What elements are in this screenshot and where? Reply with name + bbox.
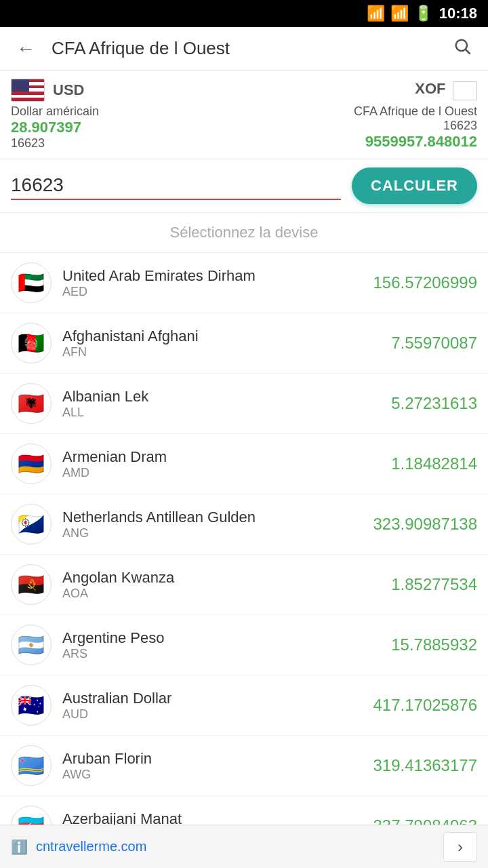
currency-abbr-aud: AUD [62,707,363,722]
ad-arrow-button[interactable]: › [443,832,477,862]
currency-abbr-ang: ANG [62,526,363,540]
battery-icon: 🔋 [414,5,432,22]
from-name: Dollar américain [11,104,99,119]
currency-value-awg: 319.41363177 [373,756,478,775]
ad-banner: ℹ️ cntravellerme.com › [0,825,488,868]
from-code: USD [53,81,84,99]
currency-value-aed: 156.57206999 [373,273,478,292]
flag-all: 🇦🇱 [11,383,52,424]
currency-info-aoa: Angolan Kwanza AOA [62,569,380,601]
to-amount: 16623 [354,119,477,133]
flag-afn: 🇦🇫 [11,323,52,363]
currency-name-aoa: Angolan Kwanza [62,569,380,587]
flag-ars: 🇦🇷 [11,625,52,665]
ad-link[interactable]: cntravellerme.com [36,839,435,854]
currency-name-aud: Australian Dollar [62,690,363,707]
back-button[interactable]: ← [11,33,41,65]
currency-value-aoa: 1.85277534 [391,575,477,594]
from-rate: 28.907397 [11,119,99,136]
currency-abbr-all: ALL [62,406,380,420]
currency-abbr-awg: AWG [62,768,363,782]
currency-name-afn: Afghanistani Afghani [62,328,380,345]
currency-header: USD XOF Dollar américain 28.907397 16623… [0,71,488,159]
currency-value-ars: 15.7885932 [391,635,477,654]
currency-info-all: Albanian Lek ALL [62,388,380,420]
flag-usd [11,79,45,102]
flag-ang: 🇧🇶 [11,504,52,545]
currency-value-ang: 323.90987138 [373,515,478,534]
calculer-button[interactable]: CALCULER [352,167,477,204]
currency-abbr-aoa: AOA [62,587,380,601]
to-code: XOF [415,80,445,97]
currency-abbr-aed: AED [62,285,363,299]
flag-aud: 🇦🇺 [11,685,52,726]
currency-list-item[interactable]: 🇦🇼 Aruban Florin AWG 319.41363177 [0,736,488,796]
currency-info-aud: Australian Dollar AUD [62,690,363,722]
currency-value-amd: 1.18482814 [391,454,477,473]
flag-aed: 🇦🇪 [11,262,52,303]
svg-line-1 [466,50,470,54]
currency-info-awg: Aruban Florin AWG [62,750,363,782]
currency-info-afn: Afghanistani Afghani AFN [62,328,380,359]
amount-input[interactable] [11,172,341,200]
page-title: CFA Afrique de l Ouest [52,38,436,59]
wifi-icon: 📶 [367,5,385,22]
currency-value-all: 5.27231613 [391,394,477,413]
ad-info-icon: ℹ️ [11,839,28,855]
currency-info-aed: United Arab Emirates Dirham AED [62,267,363,299]
currency-abbr-amd: AMD [62,466,380,480]
currency-value-afn: 7.55970087 [391,334,477,353]
xof-box [453,81,477,100]
currency-name-all: Albanian Lek [62,388,380,406]
status-icons: 📶 📶 🔋 [367,5,432,22]
currency-list-item[interactable]: 🇦🇴 Angolan Kwanza AOA 1.85277534 [0,555,488,615]
currency-info-ars: Argentine Peso ARS [62,629,380,661]
signal-icon: 📶 [390,5,409,22]
from-currency: USD [11,79,84,102]
to-currency: XOF [415,80,477,100]
currency-name-ang: Netherlands Antillean Gulden [62,509,363,526]
from-amount: 16623 [11,136,99,151]
currency-list-item[interactable]: 🇦🇷 Argentine Peso ARS 15.7885932 [0,615,488,675]
top-bar: ← CFA Afrique de l Ouest [0,27,488,71]
currency-list-item[interactable]: 🇧🇶 Netherlands Antillean Gulden ANG 323.… [0,494,488,555]
currency-list-item[interactable]: 🇦🇲 Armenian Dram AMD 1.18482814 [0,434,488,494]
svg-point-0 [456,40,467,51]
currency-list-item[interactable]: 🇦🇫 Afghanistani Afghani AFN 7.55970087 [0,313,488,374]
to-name: CFA Afrique de l Ouest [354,104,477,119]
currency-name-awg: Aruban Florin [62,750,363,768]
status-bar: 📶 📶 🔋 10:18 [0,0,488,27]
currency-name-amd: Armenian Dram [62,448,380,466]
currency-list-item[interactable]: 🇦🇱 Albanian Lek ALL 5.27231613 [0,374,488,434]
currency-name-aed: United Arab Emirates Dirham [62,267,363,285]
to-rate: 9559957.848012 [354,133,477,151]
currency-list-item[interactable]: 🇦🇪 United Arab Emirates Dirham AED 156.5… [0,253,488,313]
currency-info-ang: Netherlands Antillean Gulden ANG [62,509,363,540]
select-label: Sélectionnez la devise [0,213,488,253]
currency-list-item[interactable]: 🇦🇺 Australian Dollar AUD 417.17025876 [0,675,488,736]
currency-abbr-ars: ARS [62,647,380,661]
input-row: CALCULER [0,159,488,213]
search-button[interactable] [447,31,477,66]
currency-value-aud: 417.17025876 [373,696,478,715]
flag-aoa: 🇦🇴 [11,564,52,605]
currency-abbr-afn: AFN [62,345,380,359]
status-time: 10:18 [439,5,477,22]
currency-list: 🇦🇪 United Arab Emirates Dirham AED 156.5… [0,253,488,868]
flag-awg: 🇦🇼 [11,745,52,786]
currency-info-amd: Armenian Dram AMD [62,448,380,480]
currency-name-ars: Argentine Peso [62,629,380,647]
flag-amd: 🇦🇲 [11,443,52,484]
